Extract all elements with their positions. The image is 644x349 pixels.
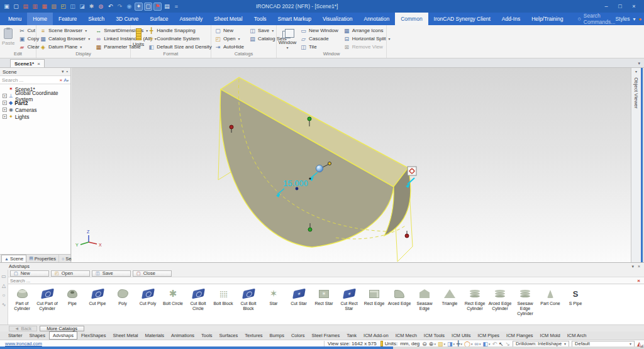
units-value[interactable]: mm, deg	[400, 341, 419, 346]
catalog-item[interactable]: Seesaw Edge Cylinder	[513, 286, 538, 316]
notification-icon[interactable]: ◍	[97, 3, 105, 11]
panel-tab-properties[interactable]: ▤ Properties	[26, 255, 59, 262]
tab-help-training[interactable]: Help/Training	[526, 13, 569, 25]
catalog-tab[interactable]: ICM Mech	[392, 332, 420, 339]
arrange-icons-button[interactable]: ▦ Arrange Icons	[342, 26, 392, 35]
tab-menu[interactable]: Menu	[3, 13, 27, 25]
catalog-item[interactable]: Cut Star	[286, 286, 311, 306]
catalog-item[interactable]: Star	[261, 286, 286, 306]
catalog-tab[interactable]: ICM Utils	[448, 332, 474, 339]
command-search[interactable]: ○ Search Commands...	[577, 13, 615, 25]
tree-expander-icon[interactable]: +	[3, 94, 7, 98]
tab-tools[interactable]: Tools	[248, 13, 272, 25]
tab-assembly[interactable]: Assembly	[174, 13, 208, 25]
draw-circle-icon[interactable]: ○	[3, 292, 6, 298]
styles-label[interactable]: Styles	[615, 16, 630, 22]
resize-grip-icon[interactable]: ◢	[640, 343, 643, 348]
catalog-save-button[interactable]: ◫ Save	[92, 270, 131, 277]
new-window-button[interactable]: ▭ New Window	[299, 26, 340, 35]
triball-icon[interactable]: ✦	[135, 3, 143, 11]
catalog-tab[interactable]: Textures	[242, 332, 265, 339]
catalog-item[interactable]: Cut Bolt Circle	[186, 286, 211, 311]
tree-expander-icon[interactable]: +	[3, 108, 7, 112]
new-part-icon[interactable]: ▧	[50, 3, 58, 11]
web-icon[interactable]: ◉	[125, 3, 133, 11]
panel-pin-icon[interactable]: ▪	[67, 69, 68, 74]
styles-dropdown-icon[interactable]: ▾	[633, 16, 636, 22]
tree-item-lights[interactable]: + ✦ Lights	[0, 113, 70, 120]
document-tab-close-icon[interactable]: ×	[37, 61, 40, 67]
remove-view-button[interactable]: ⊠ Remove View	[342, 43, 392, 51]
scene-search-input[interactable]: Search ... ×A	[0, 76, 70, 84]
object-viewer-tab[interactable]: ▾ Object Viewer	[631, 68, 641, 262]
paste-button[interactable]: Paste	[2, 26, 14, 46]
more-commands-icon[interactable]: =	[172, 3, 180, 11]
undo-icon[interactable]: ↶	[106, 3, 114, 11]
save-icon[interactable]: ◫	[69, 3, 77, 11]
handle-snapping-button[interactable]: ╋ Handle Snapping	[147, 26, 213, 35]
tab-sketch[interactable]: Sketch	[82, 13, 110, 25]
select-arrow-icon[interactable]: ↖	[499, 341, 504, 347]
datum-plane-button[interactable]: ◈ Datum Plane	[38, 43, 91, 51]
tab-home[interactable]: Home	[27, 13, 53, 25]
catalog-item[interactable]: Cut Pipe	[85, 286, 110, 306]
catalog-tab[interactable]: ICM Pipes	[474, 332, 502, 339]
ironcad-link[interactable]: www.ironcad.com	[5, 341, 42, 346]
units-button[interactable]: Units	[133, 26, 144, 47]
help-icon[interactable]: ●	[639, 16, 642, 22]
catalog-item[interactable]: Rect Edge	[362, 286, 387, 306]
catalog-panel-menu-icon[interactable]: ▾	[631, 264, 634, 269]
catalog-item[interactable]: Rect Star	[311, 286, 336, 306]
app-icon[interactable]: ▣	[3, 3, 11, 11]
new-document-icon[interactable]: ▢	[12, 3, 20, 11]
new-cad-icon[interactable]: ▦	[40, 3, 48, 11]
tile-button[interactable]: ◫ Tile	[299, 43, 340, 51]
catalog-tab[interactable]: Tank	[343, 332, 360, 339]
units-label[interactable]: Units:	[385, 341, 397, 346]
settings-icon[interactable]: ✱	[87, 3, 96, 11]
tab-ironcad-synergy-client[interactable]: IronCAD Synergy Client	[428, 13, 496, 25]
more-catalogs-button[interactable]: More Catalogs	[40, 326, 84, 331]
catalog-item[interactable]: Arced Edge Cylinder	[487, 286, 513, 311]
scene-browser-button[interactable]: ≡ Scene Browser	[38, 26, 91, 35]
catalog-tab[interactable]: Shapes	[26, 332, 48, 339]
catalog-item[interactable]: Pipe	[60, 286, 85, 306]
catalog-close-button[interactable]: ▢ Close	[133, 270, 172, 277]
catalog-item[interactable]: Cut Poly	[135, 286, 160, 306]
tree-expander-icon[interactable]: +	[3, 101, 7, 105]
catalog-new-button[interactable]: ▢ New	[10, 270, 49, 277]
perspective-icon[interactable]: ∞	[475, 341, 481, 347]
catalog-back-button[interactable]: ◄ Back	[9, 326, 37, 331]
cascade-button[interactable]: ▱ Cascade	[299, 35, 340, 43]
catalog-item[interactable]: Part of Cylinder	[9, 286, 35, 311]
tab-feature[interactable]: Feature	[53, 13, 82, 25]
tree-item-global-coordinate-system[interactable]: + ⊥ Global Coordinate System	[0, 92, 70, 99]
catalog-browser-button[interactable]: ▦ Catalog Browser	[38, 35, 91, 43]
flag-icon[interactable]: ⚑	[153, 3, 162, 11]
catalog-tab[interactable]: Starter	[5, 332, 26, 339]
window-button[interactable]: Window ▾	[279, 26, 296, 49]
look-at-icon[interactable]: ▨	[438, 341, 445, 347]
shaded-view-icon[interactable]: ◨	[447, 341, 455, 347]
open-icon[interactable]: ◰	[59, 3, 67, 11]
tab-surface[interactable]: Surface	[144, 13, 174, 25]
catalog-item[interactable]: Cut Bolt Block	[236, 286, 261, 311]
sheet-view-icon[interactable]: ▢	[144, 3, 152, 11]
undo-view-icon[interactable]: ↶	[492, 341, 497, 347]
tab-visualization[interactable]: Visualization	[317, 13, 358, 25]
catalog-tab[interactable]: ICM Tools	[421, 332, 448, 339]
draw-spline-icon[interactable]: ∿	[2, 302, 6, 307]
tab-sheet-metal[interactable]: Sheet Metal	[208, 13, 248, 25]
anchor-tool-icon[interactable]: ╋	[457, 341, 462, 347]
dimension-value[interactable]: 15.000	[283, 179, 308, 188]
catalog-tab[interactable]: Surfaces	[216, 332, 242, 339]
save-as-icon[interactable]: ◪	[78, 3, 86, 11]
catalog-tab[interactable]: Advshaps	[49, 331, 77, 340]
horizontal-split-button[interactable]: ⊟ Horizontal Split	[342, 35, 392, 43]
autohide-button[interactable]: ⇥ AutoHide	[213, 43, 245, 51]
catalog-item[interactable]: Bolt Circle	[160, 286, 186, 306]
catalog-item[interactable]: Triangle	[437, 286, 462, 306]
catalog-tab[interactable]: ICM Add-on	[360, 332, 392, 339]
catalog-panel-close-icon[interactable]: ×	[638, 264, 640, 269]
catalogs-new-button[interactable]: ▢ New	[213, 26, 245, 35]
